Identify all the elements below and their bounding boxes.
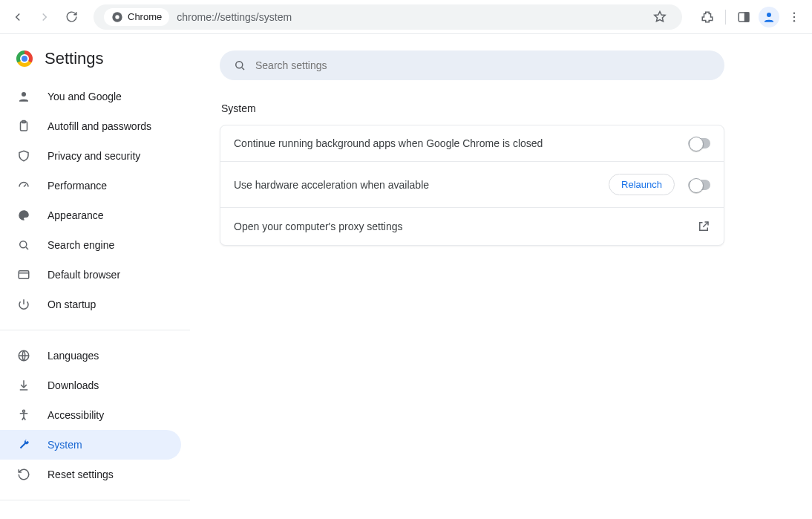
svg-rect-12	[19, 271, 29, 279]
sidebar-item-label: Search engine	[48, 239, 114, 251]
download-icon	[16, 379, 31, 392]
sidebar-item-appearance[interactable]: Appearance	[0, 200, 181, 230]
sidebar-item-privacy[interactable]: Privacy and security	[0, 141, 181, 171]
sidebar-item-autofill[interactable]: Autofill and passwords	[0, 111, 181, 141]
site-chip[interactable]: Chrome	[104, 8, 169, 26]
settings-sidebar: Settings You and Google Autofill and pas…	[0, 34, 190, 519]
row-label: Open your computer's proxy settings	[234, 221, 403, 232]
svg-point-11	[20, 241, 27, 248]
sidebar-item-label: Privacy and security	[48, 150, 140, 162]
svg-point-5	[793, 12, 795, 13]
sidebar-item-you-and-google[interactable]: You and Google	[0, 82, 181, 111]
sidebar-item-label: On startup	[48, 298, 96, 310]
url-text: chrome://settings/system	[177, 11, 292, 23]
toolbar-right	[695, 5, 806, 29]
chip-label: Chrome	[128, 11, 162, 22]
svg-point-15	[236, 62, 243, 68]
wrench-icon	[16, 438, 31, 451]
svg-point-14	[23, 410, 25, 412]
side-panel-icon[interactable]	[732, 5, 756, 29]
search-icon	[233, 59, 246, 72]
sidebar-item-downloads[interactable]: Downloads	[0, 371, 181, 400]
row-proxy-settings[interactable]: Open your computer's proxy settings	[220, 208, 724, 245]
sidebar-item-performance[interactable]: Performance	[0, 171, 181, 200]
sidebar-item-label: Reset settings	[48, 469, 114, 480]
row-label: Use hardware acceleration when available	[234, 179, 429, 191]
palette-icon	[16, 209, 31, 222]
sidebar-item-label: Accessibility	[48, 409, 104, 421]
profile-avatar[interactable]	[759, 7, 779, 27]
sidebar-separator	[0, 500, 190, 500]
sidebar-separator	[0, 330, 190, 330]
sidebar-item-label: Languages	[48, 350, 99, 362]
row-hardware-acceleration: Use hardware acceleration when available…	[220, 162, 724, 208]
kebab-menu-icon[interactable]	[782, 5, 806, 29]
sidebar-item-label: System	[48, 439, 82, 451]
svg-point-6	[793, 16, 795, 17]
svg-point-1	[115, 15, 119, 19]
search-icon	[16, 238, 31, 252]
speedometer-icon	[16, 179, 31, 192]
reload-button[interactable]	[59, 5, 83, 29]
sidebar-item-label: Autofill and passwords	[48, 120, 151, 132]
sidebar-item-label: Appearance	[48, 209, 104, 221]
sidebar-item-on-startup[interactable]: On startup	[0, 290, 181, 319]
browser-toolbar: Chrome chrome://settings/system	[0, 0, 812, 34]
shield-icon	[16, 149, 31, 163]
sidebar-item-system[interactable]: System	[0, 430, 181, 460]
row-label: Continue running background apps when Go…	[234, 137, 543, 149]
power-icon	[16, 298, 31, 311]
svg-point-4	[767, 13, 771, 17]
toggle-hardware-acceleration[interactable]	[688, 180, 710, 190]
sidebar-item-default-browser[interactable]: Default browser	[0, 260, 181, 290]
clipboard-icon	[16, 120, 31, 133]
address-bar[interactable]: Chrome chrome://settings/system	[94, 4, 682, 30]
sidebar-item-languages[interactable]: Languages	[0, 341, 181, 371]
row-background-apps: Continue running background apps when Go…	[220, 125, 724, 162]
accessibility-icon	[16, 408, 31, 422]
back-button[interactable]	[6, 5, 30, 29]
app-title: Settings	[45, 49, 104, 68]
sidebar-item-reset[interactable]: Reset settings	[0, 460, 181, 489]
sidebar-item-label: Downloads	[48, 379, 99, 391]
system-card: Continue running background apps when Go…	[220, 125, 724, 246]
sidebar-item-extensions[interactable]: Extensions	[0, 511, 190, 519]
svg-rect-3	[745, 13, 749, 22]
svg-point-7	[793, 20, 795, 22]
app-title-row: Settings	[0, 49, 190, 82]
globe-icon	[16, 349, 31, 362]
settings-search[interactable]	[220, 50, 724, 80]
relaunch-button[interactable]: Relaunch	[609, 174, 675, 195]
search-input[interactable]	[255, 59, 711, 71]
bookmark-star-icon[interactable]	[648, 5, 672, 29]
chrome-icon	[111, 11, 123, 23]
restore-icon	[16, 468, 31, 481]
open-in-new-icon	[697, 220, 710, 233]
sidebar-item-search-engine[interactable]: Search engine	[0, 230, 181, 260]
sidebar-item-label: Default browser	[48, 269, 120, 281]
sidebar-item-label: You and Google	[48, 91, 122, 102]
settings-main: System Continue running background apps …	[190, 34, 812, 519]
section-heading: System	[221, 102, 812, 114]
window-icon	[16, 268, 31, 281]
person-icon	[16, 90, 31, 103]
extensions-icon[interactable]	[695, 5, 719, 29]
sidebar-item-label: Performance	[48, 180, 107, 192]
sidebar-item-accessibility[interactable]: Accessibility	[0, 400, 181, 430]
chrome-logo-icon	[16, 50, 33, 67]
toggle-background-apps[interactable]	[688, 138, 710, 148]
toolbar-divider	[725, 10, 726, 25]
svg-point-8	[22, 92, 26, 97]
forward-button[interactable]	[33, 5, 56, 29]
